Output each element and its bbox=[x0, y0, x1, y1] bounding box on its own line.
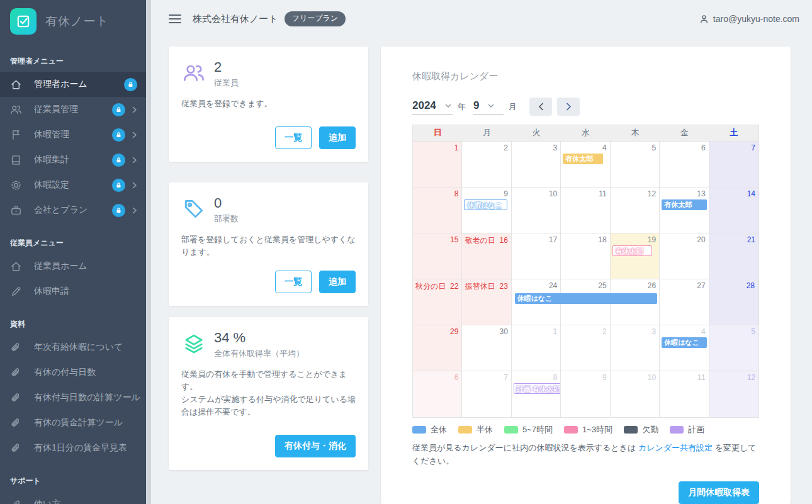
calendar-day-cell[interactable]: 13有休太郎 bbox=[660, 188, 709, 233]
calendar-day-cell[interactable]: 5 bbox=[709, 325, 758, 371]
list-button[interactable]: 一覧 bbox=[275, 126, 312, 149]
plan-badge: フリープラン bbox=[285, 11, 346, 26]
prev-month-button[interactable] bbox=[529, 98, 552, 116]
add-button[interactable]: 追加 bbox=[319, 271, 356, 293]
monthly-leave-report-button[interactable]: 月間休暇取得表 bbox=[679, 481, 759, 504]
calendar-day-cell[interactable]: 2 bbox=[561, 325, 610, 371]
calendar-day-cell[interactable]: 11 bbox=[561, 188, 610, 233]
sidebar-item-label: 有休1日分の賃金早見表 bbox=[34, 442, 137, 454]
sidebar-item[interactable]: 休暇集計 bbox=[0, 147, 146, 172]
day-number: 2 bbox=[504, 143, 508, 152]
app-logo-icon bbox=[10, 8, 37, 35]
calendar-week-row: 1234有休太郎567 bbox=[413, 142, 758, 188]
add-button[interactable]: 追加 bbox=[319, 126, 356, 149]
calendar-day-cell[interactable]: 18 bbox=[561, 233, 610, 279]
stat-description: 従業員を登録できます。 bbox=[181, 98, 356, 110]
sidebar-section-label: 管理者メニュー bbox=[0, 56, 146, 67]
calendar-day-cell[interactable]: 11 bbox=[660, 371, 709, 417]
calendar-day-cell[interactable]: 9 bbox=[561, 371, 610, 417]
chevron-down-icon bbox=[445, 103, 451, 108]
grant-consume-button[interactable]: 有休付与・消化 bbox=[275, 435, 356, 457]
day-number: 7 bbox=[751, 143, 755, 152]
calendar-day-cell[interactable]: 19有休太郎 bbox=[611, 233, 660, 279]
legend-swatch bbox=[564, 426, 578, 434]
legend-item: 計画 bbox=[670, 424, 704, 435]
stat-label: 部署数 bbox=[214, 213, 239, 225]
lock-icon bbox=[112, 128, 125, 142]
sidebar-item[interactable]: 休暇設定 bbox=[0, 172, 146, 198]
sidebar-item[interactable]: 有休の賃金計算ツール bbox=[0, 410, 146, 435]
calendar-controls: 2024 年 9 月 bbox=[412, 98, 759, 116]
holiday-label: 敬老の日 bbox=[465, 235, 495, 246]
calendar-day-cell[interactable]: 敬老の日16 bbox=[462, 233, 511, 279]
calendar-share-settings-link[interactable]: カレンダー共有設定 bbox=[638, 443, 713, 452]
leave-event-badge-multiday[interactable]: 休暇はなこ bbox=[515, 293, 657, 304]
calendar-day-cell[interactable]: 17 bbox=[512, 233, 561, 279]
sidebar-item[interactable]: 使い方 bbox=[0, 491, 146, 504]
sidebar-item-label: 会社とプラン bbox=[34, 204, 112, 216]
leave-event-badge[interactable]: 計画 有休太郎 bbox=[514, 383, 561, 394]
sidebar-item[interactable]: 従業員ホーム bbox=[0, 254, 146, 279]
leave-event-badge[interactable]: 有休太郎 bbox=[662, 199, 706, 210]
calendar-day-cell[interactable]: 9休暇はなこ bbox=[462, 188, 511, 233]
calendar-day-cell[interactable]: 3 bbox=[512, 142, 561, 188]
calendar-day-cell[interactable]: 振替休日23 bbox=[462, 279, 511, 325]
list-button[interactable]: 一覧 bbox=[275, 271, 312, 293]
calendar-day-cell[interactable]: 28 bbox=[709, 279, 758, 325]
sidebar-item[interactable]: 会社とプラン bbox=[0, 198, 146, 223]
calendar-day-cell[interactable]: 6 bbox=[413, 371, 462, 417]
user-account[interactable]: taro@yukyu-note.com bbox=[699, 14, 799, 25]
calendar-day-cell[interactable]: 7 bbox=[709, 142, 758, 188]
sidebar-item[interactable]: 有休1日分の賃金早見表 bbox=[0, 435, 146, 461]
calendar-day-cell[interactable]: 4有休太郎 bbox=[561, 142, 610, 188]
month-select[interactable]: 9 bbox=[473, 99, 504, 115]
calendar-day-cell[interactable]: 3 bbox=[611, 325, 660, 371]
calendar-day-cell[interactable]: 秋分の日22 bbox=[413, 279, 462, 325]
calendar-day-cell[interactable]: 27 bbox=[660, 279, 709, 325]
calendar-day-cell[interactable]: 21 bbox=[709, 233, 758, 279]
home-icon bbox=[10, 78, 23, 91]
sidebar-item[interactable]: 従業員管理 bbox=[0, 97, 146, 122]
calendar-day-cell[interactable]: 10 bbox=[611, 371, 660, 417]
calendar-day-cell[interactable]: 29 bbox=[413, 325, 462, 371]
sidebar-item[interactable]: 休暇管理 bbox=[0, 122, 146, 147]
home-icon bbox=[10, 260, 23, 272]
calendar-day-cell[interactable]: 1 bbox=[512, 325, 561, 371]
calendar-day-cell[interactable]: 6 bbox=[660, 142, 709, 188]
day-number: 29 bbox=[450, 327, 458, 336]
leave-event-badge[interactable]: 休暇はなこ bbox=[662, 337, 706, 348]
hamburger-menu-icon[interactable] bbox=[169, 14, 181, 23]
calendar-day-cell[interactable]: 12 bbox=[611, 188, 660, 233]
leave-event-badge[interactable]: 休暇はなこ bbox=[464, 199, 507, 210]
sidebar-scrollbar[interactable] bbox=[146, 0, 151, 504]
year-select[interactable]: 2024 bbox=[412, 99, 453, 115]
calendar-day-cell[interactable]: 4休暇はなこ bbox=[660, 325, 709, 371]
calendar-day-cell[interactable]: 20 bbox=[660, 233, 709, 279]
calendar-day-cell[interactable]: 10 bbox=[512, 188, 561, 233]
calendar-day-cell[interactable]: 7 bbox=[462, 371, 511, 417]
next-month-button[interactable] bbox=[557, 98, 580, 116]
calendar-day-cell[interactable]: 14 bbox=[709, 188, 758, 233]
sidebar-section-label: 資料 bbox=[0, 319, 146, 330]
sidebar-item[interactable]: 有休の付与日数 bbox=[0, 360, 146, 385]
calendar-day-cell[interactable]: 12 bbox=[709, 371, 758, 417]
calendar-day-cell[interactable]: 1 bbox=[413, 142, 462, 188]
calendar-day-cell[interactable]: 8 bbox=[413, 188, 462, 233]
sidebar-item[interactable]: 管理者ホーム bbox=[0, 72, 146, 97]
stat-value: 2 bbox=[214, 59, 239, 76]
sidebar-item[interactable]: 休暇申請 bbox=[0, 279, 146, 304]
calendar-day-cell[interactable]: 8計画 有休太郎 bbox=[512, 371, 561, 417]
legend-swatch bbox=[504, 426, 518, 434]
calendar-day-cell[interactable]: 2 bbox=[462, 142, 511, 188]
day-number: 22 bbox=[450, 282, 458, 291]
app-logo[interactable]: 有休ノート bbox=[0, 0, 146, 41]
sidebar-item-label: 休暇設定 bbox=[34, 179, 112, 191]
sidebar-item[interactable]: 有休付与日数の計算ツール bbox=[0, 385, 146, 410]
calendar-day-cell[interactable]: 30 bbox=[462, 325, 511, 371]
leave-event-badge[interactable]: 有休太郎 bbox=[563, 154, 602, 164]
day-number: 1 bbox=[553, 327, 558, 336]
calendar-day-cell[interactable]: 15 bbox=[413, 233, 462, 279]
sidebar-item[interactable]: 年次有給休暇について bbox=[0, 335, 146, 360]
leave-event-badge[interactable]: 有休太郎 bbox=[612, 245, 652, 256]
calendar-day-cell[interactable]: 5 bbox=[611, 142, 660, 188]
